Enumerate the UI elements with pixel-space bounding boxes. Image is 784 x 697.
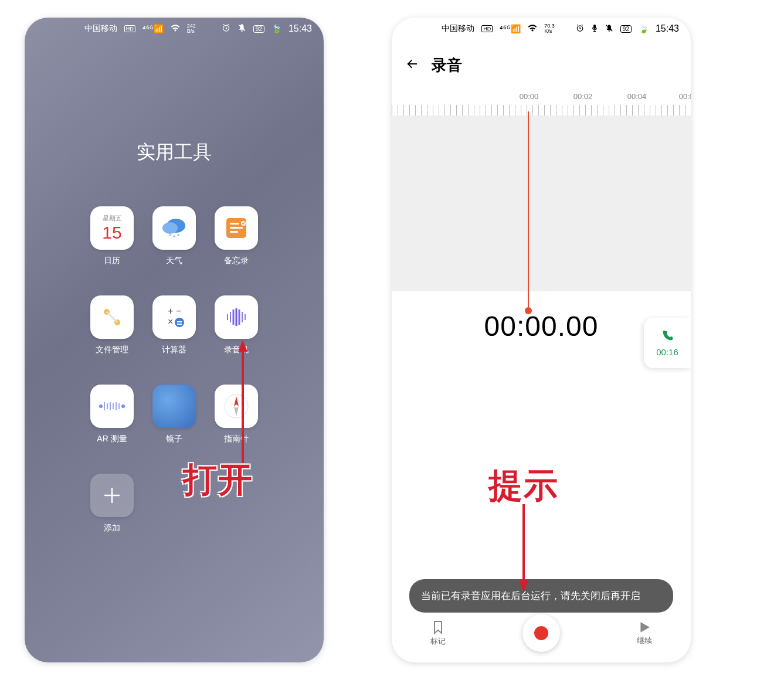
app-compass[interactable]: 指南针	[211, 385, 262, 444]
toast: 当前已有录音应用在后台运行，请先关闭后再开启	[409, 579, 673, 613]
app-label: 添加	[104, 523, 120, 533]
app-label: 计算器	[162, 345, 186, 355]
mark-button[interactable]: 标记	[430, 620, 446, 647]
net-speed: 242B/s	[187, 23, 196, 34]
wifi-icon	[528, 24, 537, 34]
net-speed: 70.3K/s	[544, 23, 555, 34]
phone-home: 中国移动 HD ⁴⁶ᴳ📶 242B/s 92 🍃 15:43 实用工具 星期五 …	[25, 18, 324, 662]
svg-point-3	[162, 222, 178, 234]
ruler-tick-3: 00:06	[679, 92, 691, 101]
svg-rect-8	[230, 223, 239, 225]
app-label: 日历	[104, 256, 120, 266]
app-label: 天气	[166, 256, 182, 266]
toast-text: 当前已有录音应用在后台运行，请先关闭后再开启	[421, 590, 640, 601]
mark-label: 标记	[430, 636, 446, 647]
svg-line-14	[107, 312, 117, 322]
annotation-arrow	[237, 340, 249, 463]
record-dot-icon	[534, 626, 548, 640]
silent-icon	[605, 24, 613, 34]
clock-label: 15:43	[656, 23, 679, 34]
call-duration: 00:16	[656, 347, 678, 357]
app-calendar[interactable]: 星期五 15 日历	[87, 206, 137, 266]
add-icon	[90, 474, 134, 517]
svg-point-30	[99, 404, 103, 408]
continue-label: 继续	[637, 635, 652, 646]
svg-marker-44	[238, 340, 247, 352]
svg-point-6	[178, 234, 179, 236]
hd-icon: HD	[124, 25, 135, 32]
app-label: 镜子	[166, 434, 182, 444]
waveform-area[interactable]	[392, 115, 691, 291]
svg-rect-10	[230, 231, 238, 233]
svg-marker-50	[519, 580, 528, 592]
signal-icon: ⁴⁶ᴳ📶	[142, 24, 164, 33]
annotation-label: 打开	[183, 457, 253, 503]
files-icon	[90, 295, 134, 339]
clock-label: 15:43	[289, 23, 312, 34]
notes-icon	[215, 206, 258, 250]
app-notes[interactable]: 备忘录	[211, 206, 262, 266]
svg-point-31	[121, 404, 125, 408]
svg-point-4	[169, 234, 171, 236]
battery-icon: 92	[253, 25, 264, 33]
alarm-icon	[576, 24, 584, 34]
app-files[interactable]: 文件管理	[87, 295, 137, 355]
leaf-icon: 🍃	[271, 24, 281, 33]
ruler-tick-1: 00:02	[573, 92, 593, 101]
mic-icon	[591, 24, 598, 34]
svg-rect-9	[230, 227, 243, 229]
alarm-icon	[222, 23, 230, 34]
battery-icon: 92	[620, 25, 632, 33]
app-grid: 星期五 15 日历 天气 备忘录 文件管理 +−×	[25, 206, 324, 533]
svg-text:−: −	[176, 306, 181, 316]
ruler-tick-2: 00:04	[627, 92, 647, 101]
phone-recorder: 中国移动 HD ⁴⁶ᴳ📶 70.3K/s 92 🍃 15:43 录音 00:00…	[392, 18, 691, 662]
playhead	[528, 111, 529, 311]
back-button[interactable]	[406, 56, 419, 74]
svg-text:×: ×	[168, 317, 173, 327]
app-label: AR 测量	[97, 434, 127, 444]
svg-marker-48	[641, 622, 650, 633]
svg-rect-20	[177, 324, 182, 325]
annotation-arrow	[518, 504, 530, 592]
weather-icon	[152, 206, 196, 250]
wifi-icon	[171, 24, 180, 34]
silent-icon	[237, 23, 246, 34]
annotation-label: 提示	[488, 463, 559, 509]
svg-rect-19	[177, 321, 182, 322]
svg-point-5	[174, 236, 175, 237]
ar-measure-icon	[90, 385, 134, 428]
bottom-bar: 标记 继续	[392, 610, 691, 657]
app-mirror[interactable]: 镜子	[149, 385, 199, 444]
app-label: 备忘录	[224, 256, 249, 266]
carrier-label: 中国移动	[84, 23, 117, 34]
compass-icon	[215, 385, 258, 428]
calculator-icon: +−×	[152, 295, 196, 339]
app-calculator[interactable]: +−× 计算器	[149, 295, 199, 355]
call-chip[interactable]: 00:16	[644, 318, 691, 368]
continue-button[interactable]: 继续	[637, 621, 652, 646]
signal-icon: ⁴⁶ᴳ📶	[500, 24, 521, 33]
bookmark-icon	[432, 620, 444, 634]
recorder-icon	[215, 295, 258, 339]
svg-text:+: +	[168, 306, 173, 316]
svg-rect-46	[593, 24, 596, 29]
ruler: 00:00 00:02 00:04 00:06	[392, 92, 691, 115]
app-weather[interactable]: 天气	[149, 206, 199, 266]
leaf-icon: 🍃	[639, 24, 649, 33]
status-bar: 中国移动 HD ⁴⁶ᴳ📶 70.3K/s 92 🍃 15:43	[392, 18, 691, 40]
app-ar-measure[interactable]: AR 测量	[87, 385, 137, 444]
record-button[interactable]	[522, 614, 560, 652]
phone-icon	[661, 329, 674, 345]
titlebar: 录音	[392, 40, 691, 81]
app-recorder[interactable]: 录音机	[211, 295, 262, 355]
calendar-icon: 星期五 15	[90, 206, 134, 250]
page-title: 录音	[432, 55, 462, 76]
hd-icon: HD	[481, 25, 493, 32]
mirror-icon	[152, 385, 196, 428]
play-icon	[638, 621, 651, 634]
ruler-tick-0: 00:00	[520, 92, 539, 101]
app-add[interactable]: 添加	[87, 474, 137, 533]
status-bar: 中国移动 HD ⁴⁶ᴳ📶 242B/s 92 🍃 15:43	[25, 18, 324, 40]
folder-title: 实用工具	[25, 140, 324, 165]
